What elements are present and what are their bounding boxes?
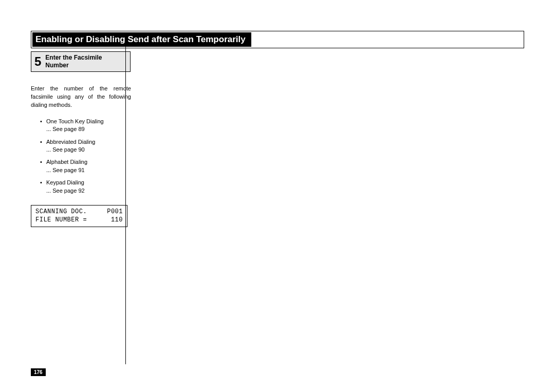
- lcd-line1-right: P001: [107, 208, 123, 216]
- list-item: Abbreviated Dialing ... See page 90: [40, 138, 131, 154]
- lcd-line-2: FILE NUMBER = 110: [35, 216, 123, 225]
- section-title: Enabling or Disabling Send after Scan Te…: [32, 32, 251, 47]
- list-item-ref: ... See page 89: [46, 125, 131, 133]
- list-item: One Touch Key Dialing ... See page 89: [40, 118, 131, 134]
- list-item-label: Abbreviated Dialing: [46, 139, 95, 145]
- list-item-label: Keypad Dialing: [46, 179, 84, 185]
- lcd-line-1: SCANNING DOC. P001: [35, 208, 123, 216]
- lcd-line2-right: 110: [107, 216, 123, 225]
- page-content: Enabling or Disabling Send after Scan Te…: [31, 31, 524, 227]
- list-item-ref: ... See page 90: [46, 146, 131, 154]
- list-item: Alphabet Dialing ... See page 91: [40, 158, 131, 174]
- lcd-display: SCANNING DOC. P001 FILE NUMBER = 110: [31, 205, 127, 227]
- list-item-ref: ... See page 92: [46, 187, 131, 195]
- column-divider: [125, 47, 126, 364]
- content-column: Enter the number of the remote facsimile…: [31, 85, 131, 227]
- page-number: 176: [31, 368, 46, 376]
- list-item-label: Alphabet Dialing: [46, 159, 87, 165]
- step-title-line2: Number: [45, 62, 68, 69]
- step-title-line1: Enter the Facsimile: [45, 54, 102, 61]
- step-number: 5: [34, 55, 41, 68]
- list-item-label: One Touch Key Dialing: [46, 118, 104, 124]
- section-title-bar: Enabling or Disabling Send after Scan Te…: [31, 31, 524, 48]
- list-item-ref: ... See page 91: [46, 166, 131, 174]
- dialing-methods-list: One Touch Key Dialing ... See page 89 Ab…: [31, 118, 131, 195]
- step-title: Enter the Facsimile Number: [45, 54, 102, 69]
- list-item: Keypad Dialing ... See page 92: [40, 179, 131, 195]
- lead-paragraph: Enter the number of the remote facsimile…: [31, 85, 131, 109]
- lcd-line1-left: SCANNING DOC.: [35, 208, 87, 216]
- step-heading-box: 5 Enter the Facsimile Number: [31, 51, 131, 72]
- lcd-line2-left: FILE NUMBER =: [35, 216, 87, 225]
